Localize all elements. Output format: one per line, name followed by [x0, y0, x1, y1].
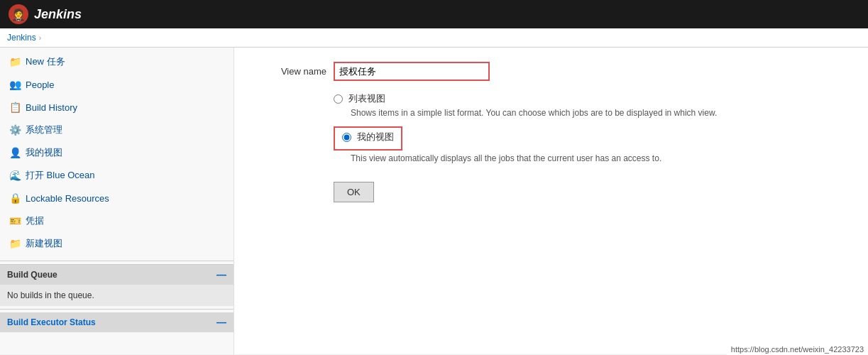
sidebar: 📁 New 任务 👥 People 📋 Build History ⚙️ 系统管…: [0, 48, 234, 354]
view-name-input[interactable]: [334, 62, 490, 81]
system-manage-icon: ⚙️: [9, 124, 21, 136]
sidebar-item-label: New 任务: [26, 55, 65, 68]
radio-list-view-row: 列表视图: [334, 92, 847, 105]
build-history-icon: 📋: [9, 101, 21, 114]
folder-new-icon: 📁: [9, 55, 21, 68]
sidebar-item-people[interactable]: 👥 People: [0, 73, 234, 96]
radio-my-view-section: 我的视图 This view automatically displays al…: [334, 126, 847, 163]
footer-url: https://blog.csdn.net/weixin_42233723: [727, 344, 868, 354]
sidebar-item-build-history[interactable]: 📋 Build History: [0, 96, 234, 119]
build-executor-collapse[interactable]: —: [216, 317, 226, 328]
sidebar-item-label: People: [26, 80, 54, 90]
build-queue-section: Build Queue — No builds in the queue.: [0, 264, 234, 306]
layout: 📁 New 任务 👥 People 📋 Build History ⚙️ 系统管…: [0, 48, 868, 354]
sidebar-divider-2: [0, 309, 234, 310]
sidebar-item-label: 打开 Blue Ocean: [26, 169, 95, 182]
sidebar-item-label: 我的视图: [26, 146, 62, 159]
sidebar-item-label: Build History: [26, 102, 77, 113]
blue-ocean-icon: 🌊: [9, 169, 21, 182]
radio-my-view-box: 我的视图: [334, 126, 402, 151]
header: 🤵 Jenkins: [0, 0, 868, 28]
sidebar-item-label: 新建视图: [26, 237, 62, 250]
build-queue-header: Build Queue —: [0, 265, 234, 285]
build-queue-title: Build Queue: [7, 270, 57, 280]
breadcrumb: Jenkins ›: [0, 28, 868, 48]
radio-my-view[interactable]: [342, 133, 351, 142]
sidebar-item-label: 凭据: [26, 214, 44, 227]
sidebar-nav: 📁 New 任务 👥 People 📋 Build History ⚙️ 系统管…: [0, 48, 234, 258]
radio-list-view[interactable]: [334, 94, 343, 104]
ok-button[interactable]: OK: [334, 182, 374, 202]
breadcrumb-sep: ›: [39, 34, 41, 42]
sidebar-item-credentials[interactable]: 🎫 凭据: [0, 209, 234, 232]
sidebar-item-blue-ocean[interactable]: 🌊 打开 Blue Ocean: [0, 164, 234, 187]
sidebar-item-new-task[interactable]: 📁 New 任务: [0, 50, 234, 73]
my-view-icon: 👤: [9, 146, 21, 159]
breadcrumb-home[interactable]: Jenkins: [7, 33, 36, 43]
sidebar-item-my-view[interactable]: 👤 我的视图: [0, 141, 234, 164]
view-name-label: View name: [256, 66, 326, 77]
lockable-icon: 🔒: [9, 192, 21, 204]
sidebar-item-label: Lockable Resources: [26, 193, 109, 204]
sidebar-divider: [0, 261, 234, 261]
sidebar-item-system-manage[interactable]: ⚙️ 系统管理: [0, 119, 234, 141]
build-executor-header: Build Executor Status —: [0, 312, 234, 332]
build-queue-body: No builds in the queue.: [0, 285, 234, 306]
build-queue-empty: No builds in the queue.: [7, 290, 94, 300]
main-content: View name 列表视图 Shows items in a simple l…: [234, 48, 868, 354]
credentials-icon: 🎫: [9, 214, 21, 227]
radio-list-view-desc: Shows items in a simple list format. You…: [351, 108, 847, 118]
people-icon: 👥: [9, 78, 21, 91]
ok-button-row: OK: [256, 175, 847, 202]
build-executor-link[interactable]: Build Executor Status: [7, 317, 96, 327]
jenkins-logo-icon: 🤵: [9, 4, 28, 24]
sidebar-item-label: 系统管理: [26, 124, 62, 136]
radio-my-view-label[interactable]: 我的视图: [357, 131, 394, 143]
radio-my-view-desc: This view automatically displays all the…: [351, 153, 847, 163]
new-view-icon: 📁: [9, 237, 21, 250]
radio-list-view-label[interactable]: 列表视图: [348, 92, 385, 105]
view-name-row: View name: [256, 62, 847, 81]
app-title: Jenkins: [34, 7, 82, 22]
radio-my-view-row: 我的视图: [342, 131, 394, 143]
radio-list-view-section: 列表视图 Shows items in a simple list format…: [334, 92, 847, 118]
build-queue-collapse[interactable]: —: [216, 269, 226, 280]
sidebar-item-lockable[interactable]: 🔒 Lockable Resources: [0, 187, 234, 209]
sidebar-item-new-view[interactable]: 📁 新建视图: [0, 232, 234, 255]
